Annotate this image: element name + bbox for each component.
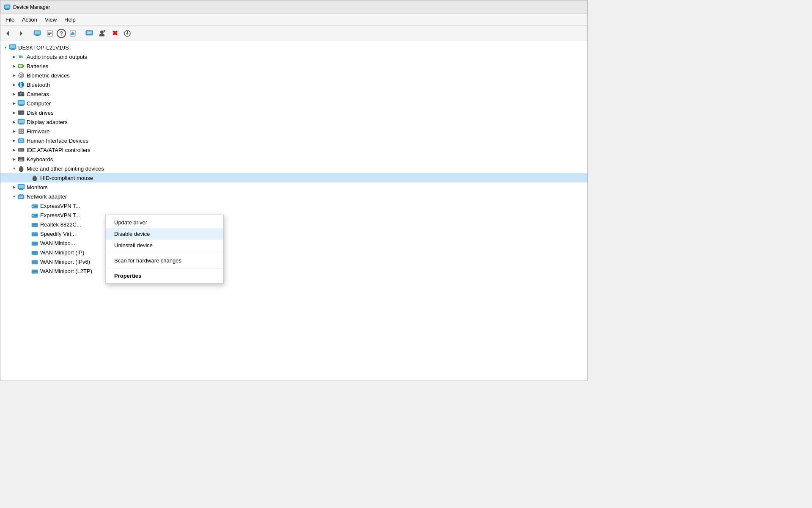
tree-item-firmware[interactable]: ▶ Firmware [0, 127, 587, 136]
tree-root-label: DESKTOP-L21V19S [18, 44, 69, 51]
svg-marker-5 [20, 31, 22, 36]
tree-item-audio[interactable]: ▶ Audio inputs and outputs [0, 52, 587, 61]
svg-rect-52 [19, 113, 22, 113]
toolbar-devmgr-button[interactable] [31, 28, 43, 39]
svg-rect-21 [99, 34, 104, 36]
ctx-uninstall-device[interactable]: Uninstall device [106, 240, 223, 251]
icon-wan-ip [31, 248, 38, 256]
toolbar-help-button[interactable]: ? [57, 29, 66, 38]
tree-realtek-label: Realtek 8822C... [40, 221, 81, 228]
tree-batteries-label: Batteries [27, 63, 48, 69]
icon-speedify [31, 230, 38, 237]
icon-wan-minipo [31, 239, 38, 247]
chevron-batteries: ▶ [11, 63, 17, 69]
ctx-disable-device[interactable]: Disable device [106, 228, 223, 240]
svg-rect-71 [19, 157, 19, 158]
icon-computer [17, 99, 25, 107]
toolbar-back-button[interactable] [2, 28, 14, 39]
toolbar-update-button[interactable] [67, 28, 79, 39]
toolbar-uninstall-button[interactable]: ✖ [109, 28, 121, 39]
chevron-audio: ▶ [11, 53, 17, 60]
tree-item-speedify[interactable]: ▶ Speedify Virt... [0, 229, 587, 238]
title-bar: Device Manager [0, 0, 587, 14]
svg-text:ᛒ: ᛒ [19, 82, 23, 88]
tree-item-wan-ipv6[interactable]: ▶ WAN Miniport (IPv6) [0, 257, 587, 266]
tree-item-network[interactable]: ▾ Network adapter [0, 192, 587, 201]
chevron-mice: ▾ [11, 165, 17, 172]
tree-item-biometric[interactable]: ▶ Biometric devices [0, 71, 587, 80]
svg-rect-93 [19, 196, 23, 198]
icon-expressvpn1 [31, 202, 38, 210]
tree-item-cameras[interactable]: ▶ Cameras [0, 89, 587, 99]
tree-item-monitors[interactable]: ▶ Monitors [0, 182, 587, 192]
tree-item-hid[interactable]: ▶ Human Interface Devices [0, 136, 587, 145]
tree-item-disk[interactable]: ▶ Disk drives [0, 108, 587, 117]
icon-expressvpn2 [31, 211, 38, 219]
menu-action[interactable]: Action [19, 15, 41, 24]
tree-item-ide[interactable]: ▶ IDE ATA/ATAPI controllers [0, 145, 587, 155]
toolbar-download-button[interactable] [121, 28, 133, 39]
tree-item-bluetooth[interactable]: ▶ ᛒ Bluetooth [0, 80, 587, 89]
context-menu: Update driver Disable device Uninstall d… [105, 215, 224, 284]
icon-firmware [17, 127, 25, 135]
chevron-display: ▶ [11, 119, 17, 125]
svg-rect-57 [19, 129, 24, 134]
tree-item-batteries[interactable]: ▶ Batteries [0, 61, 587, 71]
icon-hid-mouse [31, 174, 38, 182]
icon-wan-l2tp [31, 267, 38, 275]
tree-item-display[interactable]: ▶ Display adapters [0, 117, 587, 127]
tree-network-label: Network adapter [27, 193, 67, 200]
svg-rect-91 [19, 189, 23, 190]
ctx-update-driver[interactable]: Update driver [106, 217, 223, 228]
menu-bar: File Action View Help [0, 14, 587, 26]
svg-rect-61 [22, 132, 23, 133]
tree-ide-label: IDE ATA/ATAPI controllers [27, 147, 91, 153]
icon-root [9, 44, 16, 51]
chevron-network: ▾ [11, 193, 17, 200]
tree-item-wan-minipo[interactable]: ▶ WAN Minipo... [0, 238, 587, 248]
svg-point-19 [88, 32, 90, 33]
tree-display-label: Display adapters [27, 119, 68, 125]
toolbar-adddriver-button[interactable] [96, 28, 108, 39]
menu-view[interactable]: View [41, 15, 60, 24]
svg-marker-4 [6, 31, 9, 36]
tree-item-root[interactable]: ▾ DESKTOP-L21V19S [0, 43, 587, 52]
svg-point-50 [22, 112, 23, 113]
toolbar-forward-button[interactable] [15, 28, 27, 39]
icon-keyboards [17, 155, 25, 163]
svg-rect-12 [48, 33, 52, 34]
svg-rect-72 [20, 157, 21, 158]
tree-item-expressvpn2[interactable]: ▶ ExpressVPN T... [0, 210, 587, 220]
ctx-properties[interactable]: Properties [106, 270, 223, 282]
menu-file[interactable]: File [2, 15, 18, 24]
icon-wan-ipv6 [31, 258, 38, 265]
icon-disk [17, 109, 25, 116]
tree-item-keyboards[interactable]: ▶ Keyboards [0, 155, 587, 164]
svg-rect-69 [22, 149, 23, 151]
tree-item-hid-mouse[interactable]: ▶ HID-compliant mouse [0, 173, 587, 182]
svg-rect-77 [21, 159, 22, 160]
svg-rect-34 [19, 65, 22, 67]
tree-item-computer[interactable]: ▶ Computer [0, 99, 587, 108]
svg-rect-43 [20, 91, 22, 93]
chevron-disk: ▶ [11, 109, 17, 116]
svg-rect-47 [19, 105, 24, 106]
tree-content[interactable]: ▾ DESKTOP-L21V19S ▶ Audio inputs and [0, 41, 587, 381]
toolbar-monitor-button[interactable] [83, 28, 95, 39]
ctx-scan-hardware[interactable]: Scan for hardware changes [106, 255, 223, 266]
menu-help[interactable]: Help [61, 15, 79, 24]
tree-item-expressvpn1[interactable]: ▶ ExpressVPN T... [0, 201, 587, 210]
ctx-separator-1 [106, 253, 223, 253]
tree-item-wan-ip[interactable]: ▶ WAN Miniport (IP) [0, 248, 587, 257]
tree-item-wan-l2tp[interactable]: ▶ WAN Miniport (L2TP) [0, 266, 587, 276]
svg-rect-28 [10, 45, 15, 48]
chevron-cameras: ▶ [11, 91, 17, 97]
svg-rect-1 [5, 6, 9, 8]
chevron-ide: ▶ [11, 146, 17, 153]
toolbar-props-button[interactable] [44, 28, 56, 39]
tree-item-realtek[interactable]: ▶ Realtek 8822C... [0, 220, 587, 229]
device-manager-window: Device Manager File Action View Help [0, 0, 588, 381]
tree-item-mice[interactable]: ▾ Mice and other pointing devices [0, 164, 587, 173]
svg-point-37 [21, 75, 22, 76]
svg-rect-45 [19, 101, 24, 104]
